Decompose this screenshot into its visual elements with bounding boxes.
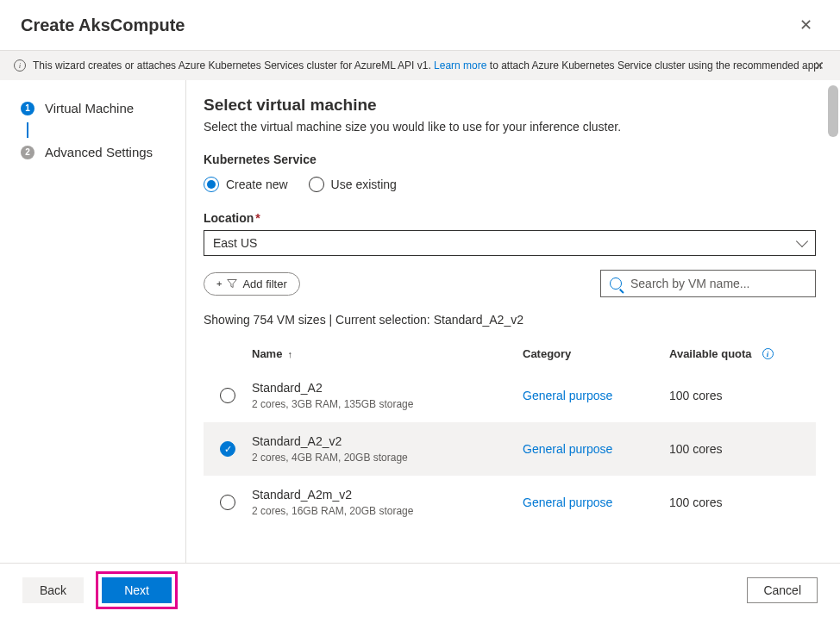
dismiss-info-button[interactable]: ✕ xyxy=(809,58,830,73)
vm-search-input[interactable] xyxy=(629,276,806,291)
row-select-radio[interactable]: ✓ xyxy=(220,388,235,403)
radio-label: Use existing xyxy=(331,178,397,191)
column-name[interactable]: Name ↑ xyxy=(252,347,523,360)
chevron-down-icon xyxy=(796,235,808,247)
radio-use-existing[interactable]: Use existing xyxy=(309,177,397,192)
scrollbar-thumb[interactable] xyxy=(828,85,838,137)
info-learn-more-link[interactable]: Learn more xyxy=(434,59,486,72)
required-asterisk: * xyxy=(255,211,260,225)
column-name-label: Name xyxy=(252,347,282,360)
vm-name: Standard_A2m_v2 xyxy=(252,488,523,502)
page-subtitle: Select the virtual machine size you woul… xyxy=(204,120,816,134)
step-advanced-settings[interactable]: 2 Advanced Settings xyxy=(21,145,172,159)
vm-summary-text: Showing 754 VM sizes | Current selection… xyxy=(204,313,816,327)
wizard-steps-sidebar: 1 Virtual Machine 2 Advanced Settings xyxy=(0,80,185,563)
vm-search-box[interactable] xyxy=(600,270,816,297)
close-icon: ✕ xyxy=(799,16,812,34)
radio-create-new[interactable]: Create new xyxy=(204,177,288,192)
column-available-quota[interactable]: Available quota i xyxy=(669,347,816,360)
row-select-radio[interactable]: ✓ xyxy=(220,495,235,510)
row-select-radio[interactable]: ✓ xyxy=(220,441,235,457)
info-icon: i xyxy=(14,59,26,72)
page-title: Select virtual machine xyxy=(204,96,816,115)
next-button-highlight: Next xyxy=(96,571,178,609)
location-label-text: Location xyxy=(204,211,254,225)
kubernetes-service-options: Create new Use existing xyxy=(204,177,816,192)
step-label: Advanced Settings xyxy=(45,145,153,159)
vm-table-header: Name ↑ Category Available quota i xyxy=(204,339,816,369)
column-category-label: Category xyxy=(523,347,571,360)
vm-quota: 100 cores xyxy=(669,495,816,509)
vm-row[interactable]: ✓Standard_A22 cores, 3GB RAM, 135GB stor… xyxy=(204,369,816,422)
filter-icon xyxy=(227,278,237,289)
next-button[interactable]: Next xyxy=(102,577,172,603)
add-filter-button[interactable]: + Add filter xyxy=(204,272,300,296)
close-button[interactable]: ✕ xyxy=(793,12,819,38)
info-banner: i This wizard creates or attaches Azure … xyxy=(0,51,840,80)
dialog-body: 1 Virtual Machine 2 Advanced Settings Se… xyxy=(0,80,840,563)
radio-icon xyxy=(309,177,324,192)
step-connector xyxy=(27,122,28,138)
column-quota-label: Available quota xyxy=(669,347,752,360)
vm-specs: 2 cores, 16GB RAM, 20GB storage xyxy=(252,505,523,517)
vm-specs: 2 cores, 3GB RAM, 135GB storage xyxy=(252,398,523,410)
location-label: Location* xyxy=(204,211,816,225)
kubernetes-service-label: Kubernetes Service xyxy=(204,153,816,166)
location-select[interactable]: East US xyxy=(204,230,816,256)
dialog-title: Create AksCompute xyxy=(21,16,185,35)
location-value: East US xyxy=(213,236,257,250)
filter-row: + Add filter xyxy=(204,270,816,297)
step-number-icon: 1 xyxy=(21,102,34,115)
vm-name: Standard_A2_v2 xyxy=(252,434,523,448)
vm-category-link[interactable]: General purpose xyxy=(523,442,612,456)
radio-icon xyxy=(204,177,219,192)
radio-label: Create new xyxy=(226,178,288,191)
info-text-before: This wizard creates or attaches Azure Ku… xyxy=(33,59,434,72)
add-filter-label: Add filter xyxy=(242,277,286,290)
info-text: This wizard creates or attaches Azure Ku… xyxy=(33,59,823,72)
info-icon[interactable]: i xyxy=(762,348,774,359)
step-label: Virtual Machine xyxy=(45,101,134,115)
vm-quota: 100 cores xyxy=(669,442,816,456)
dialog-header: Create AksCompute ✕ xyxy=(0,0,840,51)
vm-category-link[interactable]: General purpose xyxy=(523,495,612,509)
column-category[interactable]: Category xyxy=(523,347,669,360)
back-button[interactable]: Back xyxy=(22,577,84,603)
checkmark-icon: ✓ xyxy=(224,445,232,454)
close-icon: ✕ xyxy=(814,59,824,72)
vm-table: Name ↑ Category Available quota i ✓Stand… xyxy=(204,339,816,529)
dialog-footer: Back Next Cancel xyxy=(0,563,840,616)
cancel-button[interactable]: Cancel xyxy=(747,577,818,603)
sort-ascending-icon: ↑ xyxy=(287,349,292,359)
vm-row[interactable]: ✓Standard_A2_v22 cores, 4GB RAM, 20GB st… xyxy=(204,422,816,476)
vm-specs: 2 cores, 4GB RAM, 20GB storage xyxy=(252,452,523,464)
step-number-icon: 2 xyxy=(21,146,34,159)
search-icon xyxy=(610,277,622,290)
vm-row[interactable]: ✓Standard_A2m_v22 cores, 16GB RAM, 20GB … xyxy=(204,476,816,529)
vm-category-link[interactable]: General purpose xyxy=(523,389,612,402)
main-panel: Select virtual machine Select the virtua… xyxy=(185,80,840,563)
vm-quota: 100 cores xyxy=(669,389,816,402)
vm-name: Standard_A2 xyxy=(252,381,523,395)
plus-icon: + xyxy=(216,278,222,289)
step-virtual-machine[interactable]: 1 Virtual Machine xyxy=(21,101,172,115)
info-text-after: to attach Azure Kubernetes Service clust… xyxy=(486,59,823,72)
